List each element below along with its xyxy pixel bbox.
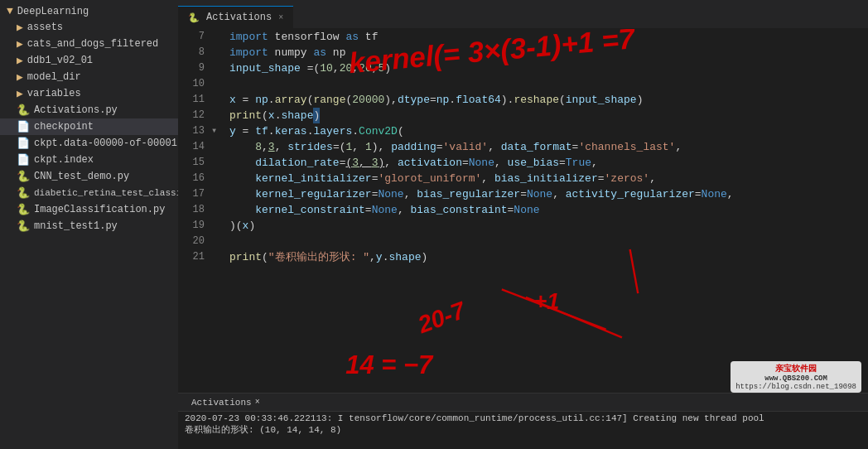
sidebar-item-label: cats_and_dogs_filtered (27, 38, 158, 50)
code-line-10 (229, 76, 868, 92)
code-line-15: dilation_rate=(3, 3), activation=None, u… (229, 155, 868, 171)
sidebar-item-diabetic[interactable]: 🐍 diabetic_retina_test_classification (0, 185, 178, 201)
sidebar-item-variables[interactable]: ▶ variables (0, 85, 178, 102)
sidebar-item-label: variables (27, 88, 81, 99)
sidebar: ▼ DeepLearning ▶ assets ▶ cats_and_dogs_… (0, 0, 178, 449)
code-line-17: kernel_regularizer=None, bias_regularize… (229, 186, 868, 202)
code-editor[interactable]: 7 8 9 10 11 12 13 14 15 16 17 18 19 20 2… (178, 29, 868, 393)
terminal-tab-activations[interactable]: Activations × (185, 398, 267, 408)
file-py-icon: 🐍 (17, 186, 30, 200)
file-py-icon: 🐍 (17, 203, 30, 216)
file-gen-icon: 📄 (17, 137, 30, 150)
tab-py-icon: 🐍 (188, 12, 200, 23)
sidebar-item-deeplearning[interactable]: ▼ DeepLearning (0, 3, 178, 19)
code-line-14: 8,3, strides=(1, 1), padding='valid', da… (229, 139, 868, 155)
file-py-icon: 🐍 (17, 170, 30, 183)
folder-icon: ▼ (7, 5, 13, 17)
terminal-close-icon[interactable]: × (255, 398, 260, 407)
sidebar-item-label: ddb1_v02_01 (27, 55, 93, 66)
sidebar-item-ckpt-data[interactable]: 📄 ckpt.data-00000-of-00001 (0, 135, 178, 152)
code-line-13: y = tf.keras.layers.Conv2D( (229, 123, 868, 139)
file-gen-icon: 📄 (17, 153, 30, 167)
sidebar-item-imageclassification[interactable]: 🐍 ImageClassification.py (0, 201, 178, 218)
code-line-21: print("卷积输出的形状: ",y.shape) (229, 249, 868, 265)
tab-close-icon[interactable]: × (278, 13, 283, 22)
folder-icon: ▶ (17, 54, 23, 67)
sidebar-item-ddb1[interactable]: ▶ ddb1_v02_01 (0, 52, 178, 69)
code-line-7: import tensorflow as tf (229, 29, 868, 45)
sidebar-item-ckpt-index[interactable]: 📄 ckpt.index (0, 152, 178, 168)
sidebar-item-cats[interactable]: ▶ cats_and_dogs_filtered (0, 36, 178, 52)
code-line-19: )(x) (229, 218, 868, 234)
terminal-tab-bar: Activations × (178, 393, 868, 412)
watermark: 亲宝软件园 www.QBS200.COM https://blog.csdn.n… (731, 361, 861, 393)
code-line-18: kernel_constraint=None, bias_constraint=… (229, 202, 868, 218)
folder-icon: ▶ (17, 70, 23, 84)
sidebar-item-label: CNN_test_demo.py (34, 171, 129, 182)
code-line-12: print(x.shape) (229, 108, 868, 123)
terminal-line-2: 卷积输出的形状: (10, 14, 14, 8) (185, 423, 861, 436)
line-numbers: 7 8 9 10 11 12 13 14 15 16 17 18 19 20 2… (178, 29, 211, 393)
sidebar-item-checkpoint[interactable]: 📄 checkpoint (0, 118, 178, 135)
sidebar-item-label: model_dir (27, 71, 81, 83)
file-py-icon: 🐍 (17, 220, 30, 233)
terminal-tab-label: Activations (191, 398, 252, 408)
tab-activations[interactable]: 🐍 Activations × (178, 6, 293, 28)
code-line-20 (229, 234, 868, 249)
watermark-logo: www.QBS200.COM (764, 374, 827, 383)
file-py-icon: 🐍 (17, 104, 30, 117)
sidebar-item-modeldir[interactable]: ▶ model_dir (0, 69, 178, 85)
sidebar-item-label: ImageClassification.py (34, 204, 165, 215)
code-line-9: input_shape =(10,20,20,5) (229, 60, 868, 76)
terminal-line-1: 2020-07-23 00:33:46.222113: I tensorflow… (185, 413, 861, 423)
fold-gutter: ▾ (211, 29, 223, 393)
watermark-brand: 亲宝软件园 (775, 363, 817, 374)
sidebar-item-label: assets (27, 22, 63, 33)
sidebar-item-label: DeepLearning (17, 6, 89, 17)
code-lines[interactable]: import tensorflow as tf import numpy as … (223, 29, 868, 393)
code-line-11: x = np.array(range(20000),dtype=np.float… (229, 92, 868, 108)
sidebar-item-label: Activations.py (34, 104, 118, 116)
folder-icon: ▶ (17, 87, 23, 100)
tab-bar: 🐍 Activations × (178, 0, 868, 29)
code-line-16: kernel_initializer='glorot_uniform', bia… (229, 171, 868, 186)
sidebar-item-label: mnist_test1.py (34, 220, 118, 232)
sidebar-item-activations-py[interactable]: 🐍 Activations.py (0, 102, 178, 118)
code-line-8: import numpy as np (229, 45, 868, 60)
terminal-content: 2020-07-23 00:33:46.222113: I tensorflow… (178, 412, 868, 449)
sidebar-item-mnist[interactable]: 🐍 mnist_test1.py (0, 218, 178, 234)
folder-icon: ▶ (17, 21, 23, 34)
bottom-panel: Activations × 2020-07-23 00:33:46.222113… (178, 393, 868, 449)
sidebar-item-label: ckpt.data-00000-of-00001 (34, 138, 177, 149)
sidebar-item-label: diabetic_retina_test_classification (34, 188, 178, 198)
sidebar-item-assets[interactable]: ▶ assets (0, 19, 178, 36)
watermark-url: https://blog.csdn.net_19098 (735, 383, 856, 391)
tab-label: Activations (206, 12, 272, 23)
sidebar-item-label: checkpoint (34, 121, 94, 133)
sidebar-item-cnn[interactable]: 🐍 CNN_test_demo.py (0, 168, 178, 185)
sidebar-item-label: ckpt.index (34, 154, 94, 166)
folder-icon: ▶ (17, 37, 23, 51)
main-container: ▼ DeepLearning ▶ assets ▶ cats_and_dogs_… (0, 0, 868, 449)
file-gen-icon: 📄 (17, 120, 30, 133)
